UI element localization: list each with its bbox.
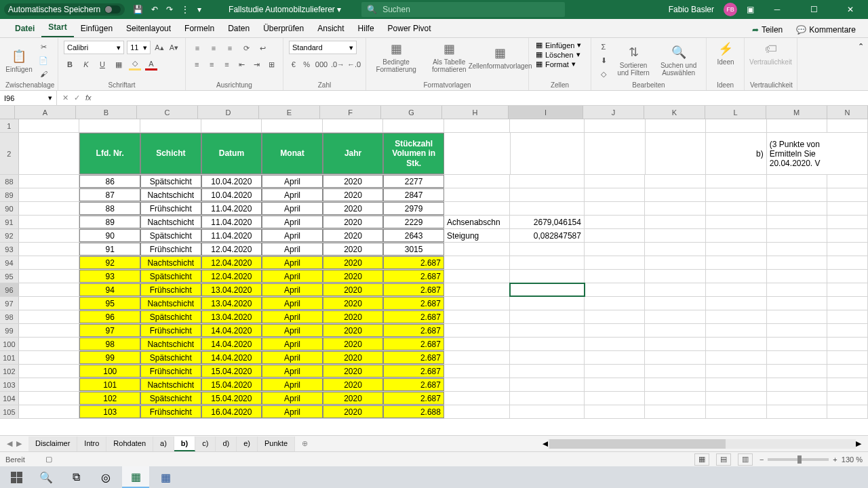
row-header[interactable]: 1 [0, 119, 19, 132]
cell[interactable]: 99 [79, 351, 140, 364]
tab-ansicht[interactable]: Ansicht [311, 20, 351, 37]
cell[interactable] [19, 175, 80, 188]
autosum-icon[interactable]: Σ [597, 41, 610, 53]
cell[interactable] [383, 119, 444, 132]
cell[interactable]: Spätschicht [140, 229, 201, 242]
sheet-tab[interactable]: d) [216, 436, 237, 451]
cell[interactable] [827, 338, 868, 350]
cell[interactable] [19, 256, 80, 269]
align-bottom-icon[interactable]: ≡ [224, 42, 236, 54]
font-name-combo[interactable]: Calibri▾ [64, 41, 124, 54]
cell[interactable] [585, 351, 646, 364]
cell[interactable] [827, 351, 868, 364]
align-center-icon[interactable]: ≡ [206, 58, 217, 70]
cell[interactable] [585, 202, 646, 215]
redo-icon[interactable]: ↷ [166, 5, 173, 14]
cell[interactable]: 2020 [323, 338, 384, 350]
cell[interactable] [767, 351, 828, 364]
cell[interactable] [645, 229, 706, 242]
cell[interactable]: Schicht [140, 133, 201, 174]
fx-icon[interactable]: fx [85, 94, 92, 102]
cell[interactable] [444, 119, 511, 132]
tab-einfuegen[interactable]: Einfügen [74, 20, 119, 37]
cell[interactable] [645, 297, 706, 310]
cell[interactable] [706, 243, 767, 256]
tab-hilfe[interactable]: Hilfe [351, 20, 381, 37]
cell[interactable] [827, 202, 868, 215]
cell[interactable]: 2020 [323, 216, 384, 228]
row-header[interactable]: 104 [0, 392, 19, 405]
cell[interactable] [645, 256, 706, 269]
cell[interactable]: 97 [79, 324, 140, 337]
cell[interactable] [706, 216, 767, 228]
cell[interactable] [646, 119, 707, 132]
cell[interactable] [767, 338, 828, 350]
cell[interactable] [444, 270, 511, 283]
cell[interactable]: 11.04.2020 [201, 216, 262, 228]
cell[interactable] [585, 392, 646, 405]
cell[interactable]: 96 [79, 310, 140, 323]
cell[interactable] [645, 175, 706, 188]
cell[interactable] [444, 133, 511, 174]
cell[interactable]: 86 [79, 175, 140, 188]
cell[interactable]: 2.687 [383, 365, 444, 378]
font-size-combo[interactable]: 11▾ [127, 41, 151, 54]
cell[interactable] [706, 297, 767, 310]
column-header[interactable]: J [583, 106, 644, 119]
cell[interactable] [767, 216, 828, 228]
sheet-tab[interactable]: Intro [77, 436, 106, 451]
column-header[interactable]: F [320, 106, 381, 119]
filename[interactable]: Fallstudie Automobilzulieferer ▾ [229, 5, 341, 14]
cell[interactable] [444, 378, 511, 391]
cell[interactable]: 12.04.2020 [201, 270, 262, 283]
cell[interactable]: 2020 [323, 270, 384, 283]
cell[interactable]: 89 [79, 216, 140, 228]
cell[interactable] [706, 202, 767, 215]
add-sheet-button[interactable]: ⊕ [295, 439, 315, 448]
cell[interactable]: April [262, 188, 323, 201]
autosave-toggle[interactable]: Automatisches Speichern [4, 3, 125, 16]
sheet-tab[interactable]: Rohdaten [106, 436, 153, 451]
cell[interactable]: 2.687 [383, 256, 444, 269]
cell[interactable]: Frühschicht [140, 405, 201, 418]
cell[interactable] [444, 310, 511, 323]
cell[interactable] [767, 297, 828, 310]
cell[interactable]: 2020 [323, 283, 384, 296]
cell[interactable] [444, 188, 511, 201]
scroll-thumb[interactable] [549, 439, 726, 449]
cell[interactable] [444, 202, 511, 215]
underline-icon[interactable]: U [96, 58, 108, 70]
cell[interactable]: 2.687 [383, 338, 444, 350]
cell[interactable] [19, 283, 80, 296]
cell[interactable] [645, 188, 706, 201]
cell[interactable] [19, 188, 80, 201]
clear-icon[interactable]: ◇ [597, 68, 610, 80]
cell[interactable] [262, 119, 323, 132]
row-header[interactable]: 2 [0, 133, 19, 174]
cell[interactable]: 16.04.2020 [201, 405, 262, 418]
touch-icon[interactable]: ⋮ [181, 5, 189, 14]
cell[interactable] [79, 119, 140, 132]
cell[interactable]: 2.688 [383, 405, 444, 418]
ribbon-display-icon[interactable]: ▣ [747, 5, 754, 14]
cell[interactable] [827, 256, 868, 269]
cell[interactable] [706, 188, 767, 201]
cell[interactable]: April [262, 216, 323, 228]
cell[interactable]: 14.04.2020 [201, 338, 262, 350]
cell[interactable]: Nachtschicht [140, 378, 201, 391]
number-format-combo[interactable]: Standard▾ [289, 41, 357, 54]
cell[interactable]: 95 [79, 297, 140, 310]
cell[interactable] [767, 310, 828, 323]
cell[interactable]: 15.04.2020 [201, 378, 262, 391]
cell[interactable] [646, 133, 707, 174]
record-macro-icon[interactable]: ▢ [45, 455, 52, 464]
cell[interactable]: April [262, 365, 323, 378]
row-header[interactable]: 89 [0, 188, 19, 201]
row-header[interactable]: 94 [0, 256, 19, 269]
cell[interactable] [767, 175, 828, 188]
cell[interactable] [19, 202, 80, 215]
cell[interactable] [444, 365, 511, 378]
cell[interactable] [585, 119, 646, 132]
increase-decimal-icon[interactable]: .0→ [332, 58, 344, 70]
cell[interactable] [444, 283, 511, 296]
